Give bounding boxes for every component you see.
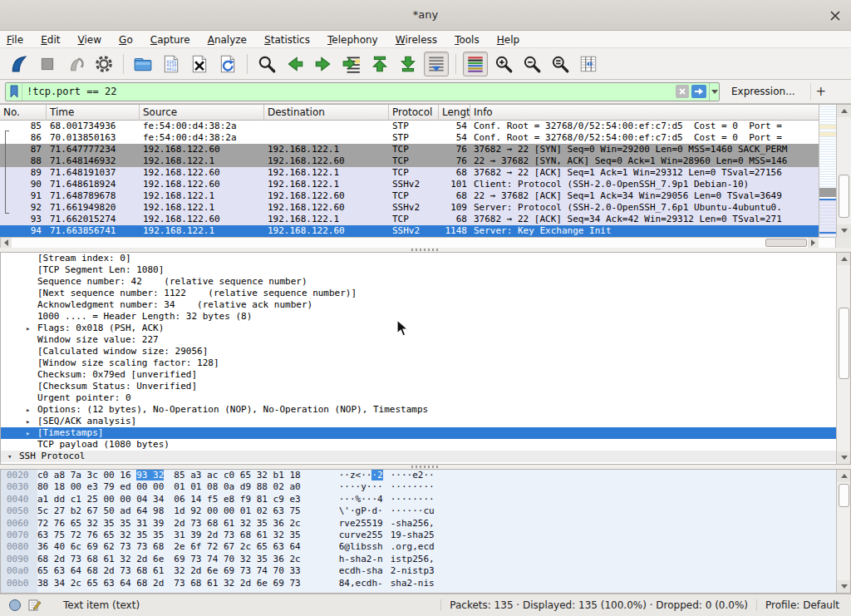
display-filter-input[interactable] [22,86,676,97]
menu-statistics[interactable]: Statistics [258,32,317,46]
details-vscrollbar[interactable] [836,253,851,464]
column-header-protocol[interactable]: Protocol [389,105,439,121]
scroll-left-arrow-icon[interactable] [1,238,12,248]
menu-tools[interactable]: Tools [448,32,486,46]
scroll-up-arrow-icon[interactable] [837,470,851,482]
packet-list-hscrollbar[interactable] [0,237,836,249]
stop-capture-button[interactable] [35,52,60,76]
filter-bookmark-button[interactable] [6,83,22,101]
zoom-original-button[interactable] [548,52,573,76]
packet-row[interactable]: 9371.662015274192.168.122.60192.168.122.… [0,214,819,225]
packet-row[interactable]: 9071.648618924192.168.122.60192.168.122.… [0,179,819,190]
menu-go[interactable]: Go [112,32,140,46]
auto-scroll-button[interactable] [424,52,449,76]
scroll-down-arrow-icon[interactable] [837,580,851,593]
detail-line[interactable]: [Stream index: 0] [1,253,836,264]
detail-line-timestamps-selected[interactable]: ▸[Timestamps] [1,427,836,439]
reload-file-button[interactable] [215,52,240,76]
packet-row[interactable]: 9271.661949820192.168.122.1192.168.122.6… [0,202,819,214]
window-close-button[interactable] [826,7,844,25]
detail-line-flags[interactable]: ▸Flags: 0x018 (PSH, ACK) [1,323,836,334]
detail-line-seq-ack[interactable]: ▸[SEQ/ACK analysis] [1,416,836,427]
colorize-button[interactable] [463,52,488,76]
packet-list-vscrollbar[interactable] [836,105,851,237]
column-header-destination[interactable]: Destination [264,105,389,121]
save-file-button[interactable]: 010101100011 [159,52,184,76]
menu-capture[interactable]: Capture [144,32,197,46]
detail-line-options[interactable]: ▸Options: (12 bytes), No-Operation (NOP)… [1,404,836,416]
menu-help[interactable]: Help [490,32,526,46]
menu-telephony[interactable]: Telephony [321,32,385,46]
expression-button[interactable]: Expression... [731,86,795,97]
capture-options-button[interactable] [91,52,116,76]
go-last-packet-button[interactable] [396,52,421,76]
scroll-down-arrow-icon[interactable] [837,451,851,464]
scrollbar-thumb[interactable] [839,308,849,379]
detail-line[interactable]: Checksum: 0x79ed [unverified] [1,369,836,381]
detail-line[interactable]: Window size value: 227 [1,334,836,346]
zoom-out-button[interactable] [519,52,544,76]
packet-row[interactable]: 8568.001734936fe:54:00:d4:38:2aSTP54Conf… [0,121,819,132]
expert-info-button[interactable] [8,599,22,612]
hex-row[interactable]: 0020c0 a8 7a 3c 00 16 93 3285 a3 ac c0 6… [1,470,850,481]
packet-row[interactable]: 8771.647777234192.168.122.60192.168.122.… [0,144,819,155]
menu-analyze[interactable]: Analyze [201,32,253,46]
detail-line[interactable]: [TCP Segment Len: 1080] [1,264,836,276]
hex-row[interactable]: 0040a1 dd c1 25 00 00 04 3406 14 f5 e8 f… [1,494,850,505]
hex-row[interactable]: 00505c 27 b2 67 50 ad 64 981d 92 00 00 0… [1,505,850,517]
hex-row[interactable]: 006072 76 65 32 35 35 31 392d 73 68 61 3… [1,518,850,530]
packet-row[interactable]: 9171.648789678192.168.122.1192.168.122.6… [0,190,819,202]
hex-row[interactable]: 003080 18 00 e3 79 ed 00 0001 01 08 0a d… [1,481,850,493]
menu-edit[interactable]: Edit [34,32,66,46]
close-file-button[interactable] [187,52,212,76]
scroll-right-arrow-icon[interactable] [808,238,819,248]
column-header-time[interactable]: Time [47,105,140,121]
hex-row[interactable]: 00b038 34 2c 65 63 64 68 2d73 68 61 32 2… [1,578,850,589]
go-first-packet-button[interactable] [367,52,392,76]
detail-line[interactable]: [Next sequence number: 1122 (relative se… [1,288,836,299]
detail-line[interactable]: 1000 .... = Header Length: 32 bytes (8) [1,311,836,323]
restart-capture-button[interactable] [63,52,88,76]
packet-row[interactable]: 8871.648146932192.168.122.1192.168.122.6… [0,155,819,167]
detail-line[interactable]: [Calculated window size: 29056] [1,346,836,357]
detail-line[interactable]: Sequence number: 42 (relative sequence n… [1,276,836,288]
detail-line-ssh-protocol[interactable]: ▾SSH Protocol [1,451,836,462]
status-profile[interactable]: Profile: Default [756,599,848,611]
packet-row-selected[interactable]: 9471.663856741192.168.122.1192.168.122.6… [0,225,819,237]
column-header-source[interactable]: Source [140,105,264,121]
detail-line[interactable]: Urgent pointer: 0 [1,392,836,404]
find-packet-button[interactable] [254,52,279,76]
scroll-down-arrow-icon[interactable] [837,224,851,237]
packet-row[interactable]: 8971.648191037192.168.122.60192.168.122.… [0,167,819,179]
filter-add-button[interactable]: + [810,83,832,100]
packet-row[interactable]: 8670.013850163fe:54:00:d4:38:2aSTP54Conf… [0,132,819,144]
detail-line[interactable]: Acknowledgment number: 34 (relative ack … [1,299,836,311]
scrollbar-thumb[interactable] [765,239,807,247]
go-to-packet-button[interactable] [339,52,364,76]
scroll-up-arrow-icon[interactable] [837,253,851,265]
open-file-button[interactable] [130,52,155,76]
column-header-length[interactable]: Length [439,105,470,121]
zoom-in-button[interactable] [491,52,516,76]
hex-row[interactable]: 008036 40 6c 69 62 73 73 682e 6f 72 67 2… [1,541,850,553]
go-back-button[interactable] [283,52,307,76]
hex-vscrollbar[interactable] [836,470,851,593]
resize-columns-button[interactable] [576,52,601,76]
filter-clear-button[interactable] [676,85,689,98]
column-header-no[interactable]: No. [0,105,47,121]
column-header-info[interactable]: Info [470,105,836,121]
packet-minimap[interactable] [819,105,836,237]
scroll-up-arrow-icon[interactable] [837,105,851,117]
detail-line[interactable]: TCP payload (1080 bytes) [1,439,836,451]
start-capture-button[interactable] [7,52,32,76]
menu-wireless[interactable]: Wireless [389,32,444,46]
scrollbar-thumb[interactable] [839,175,849,218]
detail-line[interactable]: [Checksum Status: Unverified] [1,381,836,392]
hex-row[interactable]: 007063 75 72 76 65 32 35 3531 39 2d 73 6… [1,530,850,541]
scrollbar-thumb[interactable] [839,484,849,507]
go-forward-button[interactable] [311,52,336,76]
menu-file[interactable]: File [0,32,30,46]
filter-apply-button[interactable] [691,85,706,98]
capture-comment-button[interactable] [28,599,42,612]
hex-row[interactable]: 00a065 63 64 68 2d 73 68 6132 2d 6e 69 7… [1,565,850,577]
